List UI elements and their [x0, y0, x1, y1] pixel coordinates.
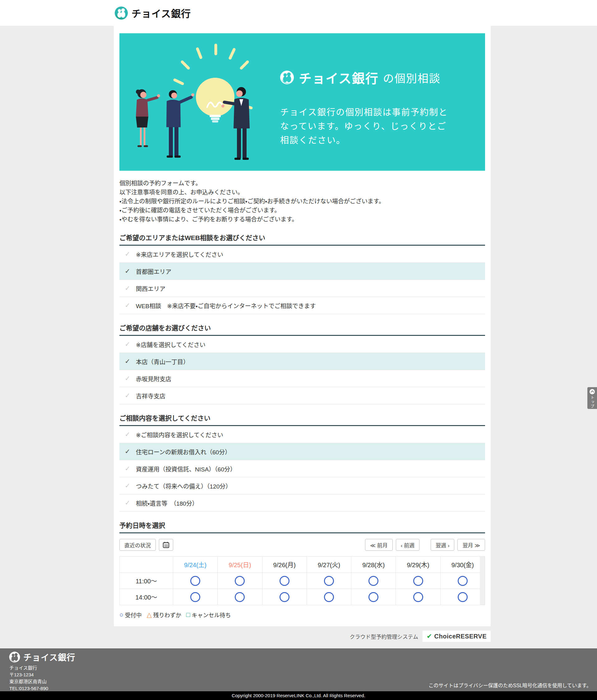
time-label: 14:00～: [120, 589, 173, 605]
section-heading: ご希望のエリアまたはWEB相談をお選びください: [119, 233, 485, 246]
status-available-circle[interactable]: [279, 592, 290, 602]
slot-cell: [440, 589, 485, 605]
legend-label: 受付中: [125, 611, 142, 619]
system-badge-label: クラウド型予約管理システム: [349, 632, 418, 640]
option-row[interactable]: ✓首都圏エリア: [119, 263, 485, 280]
option-row[interactable]: ✓吉祥寺支店: [119, 387, 485, 404]
intro-line: 以下注意事項を同意の上、お申込みください。: [119, 188, 485, 197]
reservation-card: チョイス銀行 の個別相談 チョイス銀行の個別相談は事前予約制となっています。ゆっ…: [114, 26, 491, 626]
time-label: 11:00～: [120, 573, 173, 589]
slot-cell: [440, 573, 485, 589]
hero-title-suffix: の個別相談: [383, 70, 441, 85]
option-row[interactable]: ✓つみたて（将来への備え）（120分）: [119, 477, 485, 495]
option-row[interactable]: ✓関西エリア: [119, 280, 485, 297]
hero-description-line: チョイス銀行の個別相談は事前予約制と: [280, 105, 454, 119]
footer-address-line: 〒123-1234: [9, 671, 48, 678]
nav-button-3[interactable]: 翌月 ≫: [457, 539, 485, 551]
status-available-circle[interactable]: [369, 576, 378, 586]
legend-item: ○受付中: [119, 611, 142, 619]
option-label: 首都圏エリア: [136, 267, 171, 276]
hero-illustration: [119, 33, 294, 171]
slot-cell: [262, 589, 306, 605]
legend-item: □キャンセル待ち: [186, 611, 231, 619]
option-row[interactable]: ✓住宅ローンの新規お借入れ（60分）: [119, 443, 485, 460]
slot-cell: [306, 589, 351, 605]
status-available-circle[interactable]: [235, 592, 245, 602]
day-header: 9/24(土): [173, 557, 218, 573]
person-middle: [166, 90, 194, 158]
status-available-circle[interactable]: [190, 592, 200, 602]
option-list: ✓※来店エリアを選択してください✓首都圏エリア✓関西エリア✓WEB相談 ※来店不…: [119, 246, 485, 314]
legend-label: 残りわずか: [153, 611, 181, 619]
check-icon: ✓: [124, 431, 131, 438]
option-label: 相続・遺言等 （180分）: [136, 499, 198, 507]
table-scrollbar[interactable]: [480, 557, 485, 605]
slot-cell: [173, 573, 218, 589]
intro-line: ・やむを得ない事情により、ご予約をお断りする場合がございます。: [119, 215, 485, 224]
option-row[interactable]: ✓相続・遺言等 （180分）: [119, 495, 485, 511]
option-row[interactable]: ✓※来店エリアを選択してください: [119, 246, 485, 263]
section-area: ご希望のエリアまたはWEB相談をお選びください✓※来店エリアを選択してください✓…: [119, 233, 485, 314]
status-available-circle[interactable]: [235, 576, 245, 586]
status-available-circle[interactable]: [458, 576, 468, 586]
section-heading: ご相談内容を選択してください: [119, 413, 485, 426]
legend-label: キャンセル待ち: [192, 611, 231, 619]
calendar-picker-button[interactable]: [159, 539, 173, 551]
status-available-circle[interactable]: [458, 592, 468, 602]
status-available-circle[interactable]: [279, 576, 290, 586]
section-topic: ご相談内容を選択してください✓※ご相談内容を選択してください✓住宅ローンの新規お…: [119, 413, 485, 511]
slot-cell: [173, 589, 218, 605]
lightbulb: [196, 78, 234, 116]
intro-line: 個別相談の予約フォームです。: [119, 179, 485, 188]
option-label: 関西エリア: [136, 284, 166, 293]
footer-logo-icon: [9, 651, 21, 663]
nav-button-0[interactable]: ≪ 前月: [365, 539, 393, 551]
day-header: 9/25(日): [218, 557, 262, 573]
choicereserve-badge[interactable]: ✔ ChoiceRESERVE: [423, 631, 491, 642]
hero-banner: チョイス銀行 の個別相談 チョイス銀行の個別相談は事前予約制となっています。ゆっ…: [119, 33, 485, 171]
slot-cell: [262, 573, 306, 589]
status-available-circle[interactable]: [369, 592, 378, 602]
day-header: 9/28(水): [351, 557, 396, 573]
slot-cell: [396, 573, 440, 589]
week-navigation: ≪ 前月‹ 前週翌週 ›翌月 ≫: [365, 539, 485, 551]
calendar-section: 予約日時を選択 直近の状況 ≪ 前月‹: [119, 520, 485, 619]
option-row[interactable]: ✓本店（青山一丁目）: [119, 353, 485, 370]
day-header: 9/30(金): [440, 557, 485, 573]
option-row[interactable]: ✓赤坂見附支店: [119, 370, 485, 387]
check-icon: ✓: [124, 268, 131, 275]
option-row[interactable]: ✓WEB相談 ※来店不要・ご自宅からインターネットでご相談できます: [119, 297, 485, 314]
recent-status-button[interactable]: 直近の状況: [119, 539, 156, 551]
brand-logo-icon: [114, 6, 128, 20]
footer-address: チョイス銀行〒123-1234東京都港区南青山TEL:0123-567-890: [9, 665, 48, 692]
option-label: つみたて（将来への備え）（120分）: [136, 482, 231, 490]
section-heading: ご希望の店舗をお選びください: [119, 323, 485, 336]
option-label: 本店（青山一丁目）: [136, 357, 189, 366]
option-row[interactable]: ✓※店舗を選択してください: [119, 336, 485, 353]
hero-description-line: 相談ください。: [280, 133, 454, 147]
hero-description: チョイス銀行の個別相談は事前予約制となっています。ゆっくり、じっくりとご相談くだ…: [280, 105, 454, 147]
status-available-circle[interactable]: [324, 576, 334, 586]
availability-legend: ○受付中△残りわずか□キャンセル待ち: [119, 611, 485, 619]
status-available-circle[interactable]: [324, 592, 334, 602]
legend-symbol: ○: [119, 611, 123, 619]
site-header: チョイス銀行: [0, 0, 597, 26]
back-to-top-button[interactable]: トップ: [587, 387, 597, 409]
option-row[interactable]: ✓※ご相談内容を選択してください: [119, 426, 485, 443]
status-available-circle[interactable]: [190, 576, 200, 586]
check-icon: ✓: [124, 358, 131, 365]
nav-button-1[interactable]: ‹ 前週: [396, 539, 420, 551]
status-available-circle[interactable]: [413, 576, 423, 586]
site-footer: チョイス銀行 チョイス銀行〒123-1234東京都港区南青山TEL:0123-5…: [0, 648, 597, 691]
availability-table-wrap: 9/24(土)9/25(日)9/26(月)9/27(火)9/28(水)9/29(…: [119, 556, 485, 605]
check-icon: ✓: [124, 448, 131, 455]
check-icon: ✓: [124, 284, 131, 292]
brand-name: チョイス銀行: [131, 6, 191, 20]
status-available-circle[interactable]: [413, 592, 423, 602]
slot-cell: [218, 573, 262, 589]
intro-notes: 個別相談の予約フォームです。以下注意事項を同意の上、お申込みください。・法令上の…: [119, 179, 485, 224]
brand-logo[interactable]: チョイス銀行: [114, 6, 191, 20]
nav-button-2[interactable]: 翌週 ›: [431, 539, 454, 551]
option-row[interactable]: ✓資産運用（投資信託、NISA）（60分）: [119, 460, 485, 477]
check-icon: ✓: [124, 499, 131, 506]
